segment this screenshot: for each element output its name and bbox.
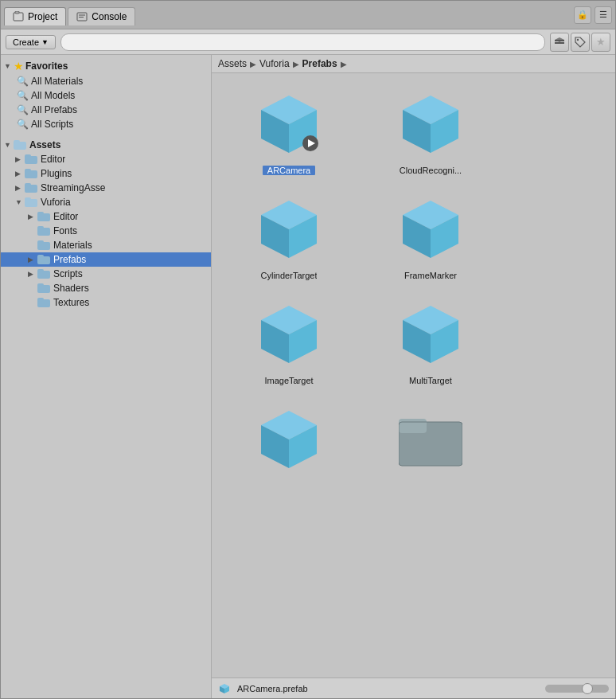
breadcrumb-prefabs[interactable]: Prefabs <box>302 58 337 69</box>
fonts-folder-icon <box>37 226 50 236</box>
sidebar-item-streaming[interactable]: ▶ StreamingAsse <box>1 181 211 195</box>
tag-icon-button[interactable] <box>571 33 590 52</box>
fav-all-prefabs[interactable]: 🔍 All Prefabs <box>1 103 211 117</box>
streaming-label: StreamingAsse <box>41 182 105 193</box>
imagetarget-cube-icon <box>253 299 325 371</box>
file-item-multitarget[interactable]: MultiTarget <box>363 293 498 392</box>
vuf-editor-label: Editor <box>53 211 78 222</box>
tab-bar: Project Console 🔒 ☰ <box>1 1 615 29</box>
favorites-arrow: ▼ <box>4 62 14 70</box>
create-label: Create <box>13 37 39 47</box>
file-item-cylindertarget[interactable]: CylinderTarget <box>221 188 357 287</box>
status-bar: ARCamera.prefab <box>212 678 615 698</box>
fonts-label: Fonts <box>53 225 77 236</box>
sidebar-item-fonts[interactable]: Fonts <box>1 224 211 238</box>
tab-console-label: Console <box>92 11 127 22</box>
search-icon-scripts: 🔍 <box>17 119 29 130</box>
file-item-cloudrecogni[interactable]: CloudRecogni... <box>363 83 498 182</box>
vuf-editor-folder-icon <box>37 212 50 221</box>
framemarker-label: FrameMarker <box>404 271 457 280</box>
assets-arrow: ▼ <box>4 141 14 149</box>
arcamera-label: ARCamera <box>263 166 315 175</box>
svg-point-8 <box>577 38 579 40</box>
menu-button[interactable]: ☰ <box>595 6 612 24</box>
favorites-header[interactable]: ▼ ★ Favorites <box>1 58 211 74</box>
cylindertarget-label: CylinderTarget <box>261 271 318 280</box>
tab-controls: 🔒 ☰ <box>574 6 612 27</box>
layers-icon <box>554 37 565 48</box>
item8-icon-wrapper <box>395 404 466 476</box>
file-item-8[interactable] <box>363 398 498 487</box>
imagetarget-icon-wrapper <box>253 299 325 371</box>
layers-icon-button[interactable] <box>550 33 569 52</box>
plugins-arrow: ▶ <box>15 170 25 178</box>
editor-label: Editor <box>41 154 65 165</box>
shaders-label: Shaders <box>53 283 89 294</box>
svg-rect-0 <box>14 13 23 21</box>
sidebar-item-vuforia-editor[interactable]: ▶ Editor <box>1 209 211 224</box>
item7-cube-icon <box>253 404 325 476</box>
lock-button[interactable]: 🔒 <box>574 6 591 24</box>
vuf-editor-arrow: ▶ <box>28 213 37 221</box>
file-grid-wrapper[interactable]: ARCamera CloudRecogni... <box>212 73 615 678</box>
sidebar-item-textures[interactable]: Textures <box>1 295 211 310</box>
cloudrecogni-label: CloudRecogni... <box>400 166 462 175</box>
favorites-label: Favorites <box>25 61 68 72</box>
breadcrumb-vuforia[interactable]: Vuforia <box>259 58 290 69</box>
fav-all-materials[interactable]: 🔍 All Materials <box>1 74 211 88</box>
file-item-7[interactable] <box>221 398 357 487</box>
assets-label: Assets <box>29 139 60 150</box>
framemarker-cube-icon <box>395 194 466 266</box>
breadcrumb-sep-3: ▶ <box>341 60 347 68</box>
editor-folder-icon <box>25 154 37 164</box>
scripts-label: Scripts <box>53 268 83 279</box>
zoom-slider[interactable] <box>545 685 609 693</box>
file-item-framemarker[interactable]: FrameMarker <box>363 188 498 287</box>
search-input[interactable] <box>60 33 545 51</box>
sidebar-item-prefabs[interactable]: ▶ Prefabs <box>1 252 211 267</box>
imagetarget-label: ImageTarget <box>264 376 313 385</box>
status-cube-icon <box>218 682 231 695</box>
prefabs-label: Prefabs <box>53 254 86 265</box>
sidebar-item-shaders[interactable]: Shaders <box>1 281 211 295</box>
tab-project[interactable]: Project <box>4 7 66 25</box>
fav-models-label: All Models <box>31 90 75 101</box>
content-area: Assets ▶ Vuforia ▶ Prefabs ▶ <box>212 55 615 698</box>
sidebar-item-editor[interactable]: ▶ Editor <box>1 152 211 166</box>
star-icon-button[interactable]: ★ <box>591 33 610 52</box>
file-grid: ARCamera CloudRecogni... <box>218 80 609 490</box>
assets-header[interactable]: ▼ Assets <box>1 138 211 152</box>
breadcrumb-sep-1: ▶ <box>250 60 256 68</box>
search-icon-materials: 🔍 <box>17 76 29 87</box>
plugins-folder-icon <box>25 169 37 178</box>
unity-project-window: Project Console 🔒 ☰ Create ▼ <box>0 0 616 699</box>
sidebar-item-scripts[interactable]: ▶ Scripts <box>1 267 211 281</box>
search-icon-models: 🔍 <box>17 90 29 101</box>
prefabs-folder-icon <box>37 255 50 264</box>
item8-folder-icon <box>399 412 462 468</box>
vuforia-label: Vuforia <box>41 197 71 208</box>
favorites-star-icon: ★ <box>14 60 24 72</box>
breadcrumb-assets[interactable]: Assets <box>218 58 247 69</box>
toolbar-icons: ★ <box>550 33 610 52</box>
prefabs-arrow: ▶ <box>28 256 37 264</box>
fav-all-models[interactable]: 🔍 All Models <box>1 88 211 103</box>
sidebar: ▼ ★ Favorites 🔍 All Materials 🔍 All Mode… <box>1 55 212 698</box>
tab-console[interactable]: Console <box>68 7 135 25</box>
fav-materials-label: All Materials <box>31 76 83 87</box>
sidebar-item-vuforia[interactable]: ▼ Vuforia <box>1 195 211 209</box>
breadcrumb: Assets ▶ Vuforia ▶ Prefabs ▶ <box>212 55 615 73</box>
file-item-imagetarget[interactable]: ImageTarget <box>221 293 357 392</box>
search-icon-prefabs: 🔍 <box>17 104 29 115</box>
file-item-arcamera[interactable]: ARCamera <box>221 83 357 182</box>
streaming-arrow: ▶ <box>15 184 25 192</box>
create-button[interactable]: Create ▼ <box>6 35 56 49</box>
editor-arrow: ▶ <box>15 155 25 163</box>
item7-icon-wrapper <box>253 404 325 476</box>
shaders-folder-icon <box>37 283 50 293</box>
sidebar-item-materials[interactable]: Materials <box>1 238 211 252</box>
plugins-label: Plugins <box>41 168 72 179</box>
sidebar-item-plugins[interactable]: ▶ Plugins <box>1 166 211 181</box>
fav-all-scripts[interactable]: 🔍 All Scripts <box>1 117 211 131</box>
cylindertarget-icon-wrapper <box>253 194 325 266</box>
